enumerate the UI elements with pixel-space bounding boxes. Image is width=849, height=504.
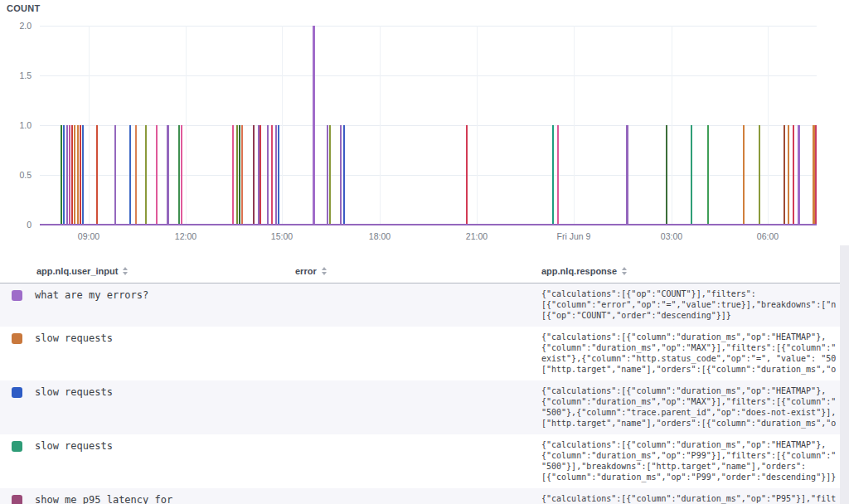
y-gridline: [40, 26, 817, 27]
event-spike[interactable]: [271, 125, 273, 225]
event-spike[interactable]: [707, 125, 709, 225]
response-cell: {"calculations":[{"column":"duration_ms"…: [541, 439, 837, 482]
event-spike[interactable]: [340, 125, 342, 225]
event-spike[interactable]: [743, 125, 745, 225]
y-tick-label: 1.0: [0, 120, 32, 130]
x-gridline: [768, 26, 769, 225]
x-gridline: [186, 26, 187, 225]
event-spike[interactable]: [114, 125, 116, 225]
sort-icon[interactable]: [622, 267, 627, 275]
x-gridline: [574, 26, 575, 225]
column-header-response[interactable]: app.nlq.response: [541, 266, 627, 276]
table-body: what are my errors?{"calculations":[{"op…: [0, 284, 849, 504]
event-spike[interactable]: [241, 125, 243, 225]
y-tick-label: 2.0: [0, 21, 32, 31]
zero-baseline: [40, 224, 817, 225]
event-spike[interactable]: [793, 125, 794, 225]
event-spike[interactable]: [815, 125, 817, 225]
sort-icon[interactable]: [123, 267, 128, 275]
event-spike[interactable]: [626, 125, 628, 225]
x-gridline: [380, 26, 381, 225]
event-spike[interactable]: [260, 125, 261, 225]
event-spike[interactable]: [278, 125, 279, 225]
event-spike[interactable]: [63, 125, 65, 225]
x-tick-label: 12:00: [175, 231, 196, 241]
table-row[interactable]: slow requests{"calculations":[{"column":…: [0, 434, 849, 488]
table-row[interactable]: slow requests{"calculations":[{"column":…: [0, 327, 849, 380]
event-spike[interactable]: [145, 125, 147, 225]
column-header-label: app.nlq.response: [541, 266, 617, 276]
x-tick-label: Fri Jun 9: [557, 231, 591, 241]
event-spike[interactable]: [69, 125, 70, 225]
event-spike[interactable]: [135, 125, 137, 225]
event-spike[interactable]: [239, 125, 240, 225]
row-color-swatch: [12, 495, 22, 504]
y-tick-label: 1.5: [0, 70, 32, 80]
x-tick-label: 21:00: [466, 231, 488, 241]
x-tick-label: 06:00: [757, 231, 779, 241]
row-color-swatch: [12, 333, 22, 344]
user-input-cell: what are my errors?: [35, 289, 148, 301]
response-cell: {"calculations":[{"column":"duration_ms"…: [541, 385, 837, 429]
event-spike[interactable]: [552, 125, 554, 225]
count-chart: COUNT 2.01.51.00.50 09:0012:0015:0018:00…: [0, 0, 849, 245]
event-spike[interactable]: [267, 125, 269, 225]
user-input-cell: show me p95 latency for: [35, 494, 172, 504]
chart-plot[interactable]: [40, 26, 817, 225]
y-tick-label: 0.5: [0, 170, 32, 180]
event-spike[interactable]: [80, 125, 81, 225]
row-color-swatch: [12, 387, 22, 398]
chart-title: COUNT: [7, 3, 41, 13]
event-spike[interactable]: [253, 125, 255, 225]
event-spike[interactable]: [71, 125, 73, 225]
column-header-user-input[interactable]: app.nlq.user_input: [36, 266, 128, 276]
event-spike[interactable]: [167, 125, 169, 225]
event-spike[interactable]: [327, 125, 328, 225]
event-spike[interactable]: [236, 125, 238, 225]
event-spike[interactable]: [666, 125, 667, 225]
event-spike[interactable]: [691, 125, 692, 225]
x-gridline: [282, 26, 283, 225]
x-tick-label: 09:00: [78, 231, 99, 241]
event-spike[interactable]: [61, 125, 62, 225]
table-scrollbar[interactable]: [840, 245, 849, 504]
event-spike[interactable]: [129, 125, 131, 225]
x-tick-label: 15:00: [271, 231, 293, 241]
event-spike[interactable]: [466, 125, 468, 225]
user-input-cell: slow requests: [35, 332, 113, 344]
column-header-error[interactable]: error: [295, 266, 327, 276]
event-spike[interactable]: [798, 125, 800, 225]
x-gridline: [672, 26, 672, 225]
table-header-row: app.nlq.user_input error app.nlq.respons…: [0, 264, 849, 284]
event-spike[interactable]: [313, 26, 315, 225]
event-spike[interactable]: [329, 125, 331, 225]
event-spike[interactable]: [788, 125, 789, 225]
table-row[interactable]: slow requests{"calculations":[{"column":…: [0, 380, 849, 434]
event-spike[interactable]: [66, 125, 68, 225]
event-spike[interactable]: [759, 125, 760, 225]
event-spike[interactable]: [82, 125, 84, 225]
user-input-cell: slow requests: [35, 386, 113, 398]
event-spike[interactable]: [178, 125, 180, 225]
table-row[interactable]: what are my errors?{"calculations":[{"op…: [0, 284, 849, 327]
x-gridline: [477, 26, 478, 225]
event-spike[interactable]: [74, 125, 75, 225]
event-spike[interactable]: [784, 125, 785, 225]
y-gridline: [40, 75, 817, 76]
row-color-swatch: [12, 290, 22, 301]
x-tick-label: 03:00: [661, 231, 682, 241]
sort-icon[interactable]: [322, 267, 327, 275]
event-spike[interactable]: [343, 125, 345, 225]
event-spike[interactable]: [156, 125, 158, 225]
table-row[interactable]: show me p95 latency for{"calculations":[…: [0, 488, 849, 504]
event-spike[interactable]: [181, 125, 182, 225]
event-spike[interactable]: [77, 125, 79, 225]
response-cell: {"calculations":[{"column":"duration_ms"…: [541, 493, 837, 504]
query-results-table: app.nlq.user_input error app.nlq.respons…: [0, 264, 849, 504]
event-spike[interactable]: [232, 125, 234, 225]
event-spike[interactable]: [557, 125, 559, 225]
event-spike[interactable]: [96, 125, 98, 225]
column-header-label: app.nlq.user_input: [36, 266, 118, 276]
column-header-label: error: [295, 266, 317, 276]
event-spike[interactable]: [275, 125, 277, 225]
